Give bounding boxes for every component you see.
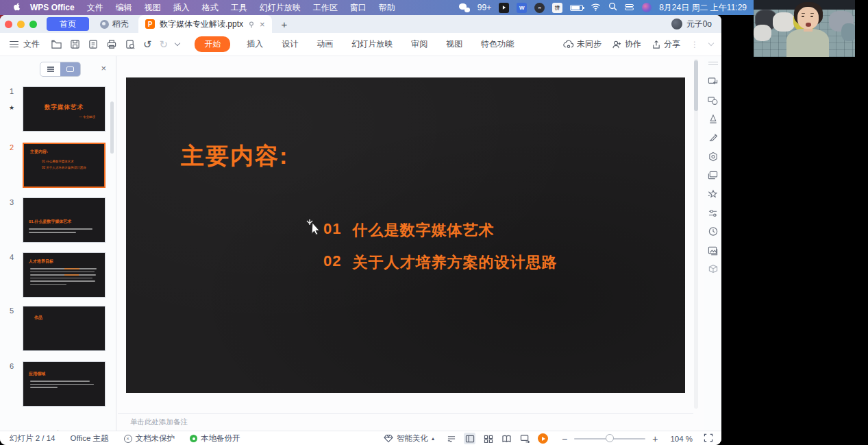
menu-insert[interactable]: 插入 [173,2,190,14]
ribbon-tab-features[interactable]: 特色功能 [481,38,514,50]
slide-item-2[interactable]: 02 关于人才培养方案的设计思路 [323,252,557,273]
redo-icon[interactable]: ↻ [160,38,169,51]
assistant-icon[interactable] [642,3,652,12]
print-preview-icon[interactable] [125,39,136,49]
play-slideshow-button[interactable] [538,433,548,444]
control-center-icon[interactable] [625,4,634,11]
menubar-app-name[interactable]: WPS Office [30,3,75,12]
menu-format[interactable]: 格式 [202,2,219,14]
save-icon[interactable] [70,39,80,49]
export-pdf-icon[interactable] [88,39,99,49]
document-tab[interactable]: P 数字媒体专业解读.pptx × [138,15,272,33]
minimize-traffic-light[interactable] [17,21,25,28]
close-traffic-light[interactable] [5,21,12,28]
slide-canvas[interactable]: 主要内容: 01 什么是数字媒体艺术 02 关于人才培养方案的设计思路 [126,77,685,393]
thumbnail-view-toggle[interactable] [60,62,80,76]
fit-to-window-icon[interactable] [704,433,713,444]
local-backup-status[interactable]: 本地备份开 [190,433,240,444]
font-icon[interactable] [708,114,719,124]
menu-file[interactable]: 文件 [87,2,103,14]
slide-title-text[interactable]: 主要内容: [181,141,288,172]
wifi-icon[interactable] [591,3,601,13]
object-properties-icon[interactable] [708,208,719,218]
image-tools-icon[interactable] [707,245,719,256]
slide-2-thumbnail[interactable]: 主要内容: 01 什么是数字媒体艺术 02 关于人才培养方案的设计思路 [23,143,106,188]
thumbnail-row-4[interactable]: 4 人才培养目标 [0,252,116,298]
reading-view-button[interactable] [501,433,512,444]
zoom-slider[interactable] [574,438,645,440]
word-tile-icon[interactable]: W [517,3,527,13]
menu-tools[interactable]: 工具 [231,2,247,14]
ribbon-tab-start[interactable]: 开始 [195,36,230,52]
normal-view-button[interactable] [464,433,475,444]
thumbnail-row-1[interactable]: 1 ★ 数字媒体艺术 — 专业解读 [0,86,116,132]
slide-6-thumbnail[interactable]: 应用领域 [23,361,106,407]
ribbon-tab-design[interactable]: 设计 [282,38,298,50]
panel-scrollbar[interactable] [110,101,114,154]
ribbon-tab-insert[interactable]: 插入 [247,38,263,50]
user-account[interactable]: 元子0o [671,19,712,30]
ribbon-tab-view[interactable]: 视图 [446,38,462,50]
animation-icon[interactable] [707,189,719,200]
video-player-icon[interactable] [499,3,509,13]
menu-view[interactable]: 视图 [145,2,161,14]
menu-workspace[interactable]: 工作区 [313,2,338,14]
print-icon[interactable] [106,39,117,49]
design-brush-icon[interactable] [708,132,719,143]
zoom-traffic-light[interactable] [29,21,37,28]
thumbnail-row-3[interactable]: 3 01.什么是数字媒体艺术 [0,197,116,243]
menu-edit[interactable]: 编辑 [116,2,132,14]
zoom-out-button[interactable]: − [562,433,567,444]
thumbnail-row-5[interactable]: 5 作品 [0,306,116,351]
hamburger-menu-icon[interactable] [10,39,18,49]
file-menu-button[interactable]: 文件 [23,38,40,50]
creative-cloud-icon[interactable]: ∞ [534,3,545,13]
history-icon[interactable] [708,226,719,237]
slide-layout-icon[interactable] [707,170,719,180]
sync-status-button[interactable]: 未同步 [563,38,602,50]
outline-view-toggle[interactable] [40,62,60,76]
rail-drag-handle[interactable] [708,62,718,65]
notes-divider[interactable] [118,413,693,414]
collaborate-button[interactable]: 协作 [612,38,641,50]
present-from-current-button[interactable] [519,433,531,444]
ribbon-tab-animation[interactable]: 动画 [317,38,333,50]
panel-view-toggle[interactable] [40,62,81,77]
apple-logo-icon[interactable] [12,1,21,14]
share-button[interactable]: 分享 [652,38,680,50]
close-tab-icon[interactable]: × [260,20,265,29]
undo-icon[interactable]: ↺ [143,38,152,51]
pinyin-input-icon[interactable]: 拼 [552,3,562,13]
menu-slideshow[interactable]: 幻灯片放映 [260,2,301,14]
more-options-icon[interactable]: ⋮ [691,40,699,49]
slide-4-thumbnail[interactable]: 人才培养目标 [23,252,106,298]
slide-5-thumbnail[interactable]: 作品 [23,306,106,351]
wechat-icon[interactable] [459,3,470,12]
slide-3-thumbnail[interactable]: 01.什么是数字媒体艺术 [23,197,106,243]
transition-icon[interactable] [707,76,719,86]
panel-close-icon[interactable]: × [101,63,106,73]
document-protection-status[interactable]: × 文档未保护 [124,433,175,444]
ribbon-tab-review[interactable]: 审阅 [411,38,427,50]
collapse-ribbon-icon[interactable] [708,40,714,46]
menu-help[interactable]: 帮助 [379,2,395,14]
menu-window[interactable]: 窗口 [350,2,367,14]
search-icon[interactable] [608,2,617,13]
resources-box-icon[interactable] [708,264,719,274]
slide-sorter-view-button[interactable] [482,433,494,444]
ribbon-tab-slideshow[interactable]: 幻灯片放映 [351,38,393,50]
zoom-slider-knob[interactable] [606,434,614,442]
thumbnail-row-6[interactable]: 6 应用领域 [0,361,116,407]
menubar-clock[interactable]: 8月24日 周二 上午11:29 [659,2,747,14]
new-tab-button[interactable]: + [282,19,288,30]
outline-view-button[interactable] [445,433,457,444]
docer-tab[interactable]: 稻壳 [100,19,129,30]
editor-scrollbar[interactable] [694,59,698,409]
theme-name[interactable]: Office 主题 [70,433,108,444]
slide-1-thumbnail[interactable]: 数字媒体艺术 — 专业解读 [23,86,106,132]
zoom-in-button[interactable]: + [652,433,658,444]
chevron-down-icon[interactable] [175,40,180,46]
thumbnail-row-2[interactable]: 2 主要内容: 01 什么是数字媒体艺术 02 关于人才培养方案的设计思路 [0,143,116,188]
smart-beautify-button[interactable]: 智能美化 ▴ [384,433,434,444]
plugin-icon[interactable] [708,152,719,162]
